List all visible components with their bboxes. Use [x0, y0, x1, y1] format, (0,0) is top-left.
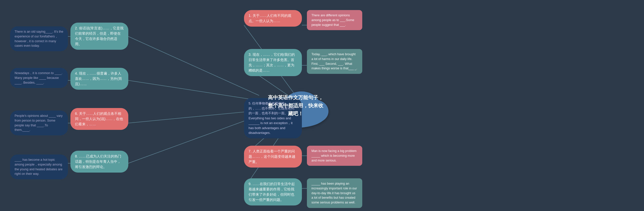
left-node-4-main: 4. 现在，……很普遍，许多人喜欢……，因为……，另外(而且)…… [70, 68, 128, 90]
right-node-7-text: Man is now facing a big problem _____ wh… [307, 146, 362, 166]
right-node-3-text: Today, ___, which have brought a lot of … [307, 49, 362, 74]
right-node-1-main: 1. 关于……人们有不同的观点。一些人认为…… [244, 10, 302, 27]
right-node-3-main: 3. 现在，……，它们给我们的日常生活带来了许多危害。首先，……；其次，……，更… [244, 49, 302, 76]
left-node-8-main: 8. ……已成为人们关注的热门话题，特别是在年青人当中，将引发激烈的辩论。 [70, 151, 128, 173]
svg-line-3 [128, 116, 259, 163]
cloud-title: 高中英语作文万能句子， 整个高中都适用，快来收 藏吧！ [268, 93, 323, 118]
left-node-5-text: People's opinions about ____ vary from p… [10, 111, 68, 135]
right-node-7-main: 7. 人类正面临着一个严重的问题…….，这个问题变得越来越严重。 [244, 146, 302, 168]
left-node-7-text: ____ has become a hot topic among people… [10, 154, 68, 179]
svg-line-2 [128, 111, 259, 123]
left-node-1-text: There is an old saying____. It's the exp… [10, 26, 68, 51]
left-node-2-main: 2. 俗话说(常言道)……，它是我们前辈的经历，但是，即使在今天，它在许多场合仍… [70, 23, 128, 50]
right-node-9-text: _____ has been playing an increasingly i… [307, 178, 362, 208]
svg-line-1 [128, 80, 259, 100]
left-node-6-main: 6. 关于……人们的观点各不相同，一些人认为(说)……，在他们看来，…… [70, 108, 128, 130]
right-node-9-main: 9. ……在我们的日常生活中起着越来越重要的作用，它给我们带来了许多好处，但同时… [244, 178, 302, 205]
left-node-3-text: Nowadays，it is common to ____. Many peop… [10, 68, 68, 88]
svg-line-0 [128, 36, 259, 95]
right-node-1-text: There are different opinions among peopl… [307, 10, 362, 30]
